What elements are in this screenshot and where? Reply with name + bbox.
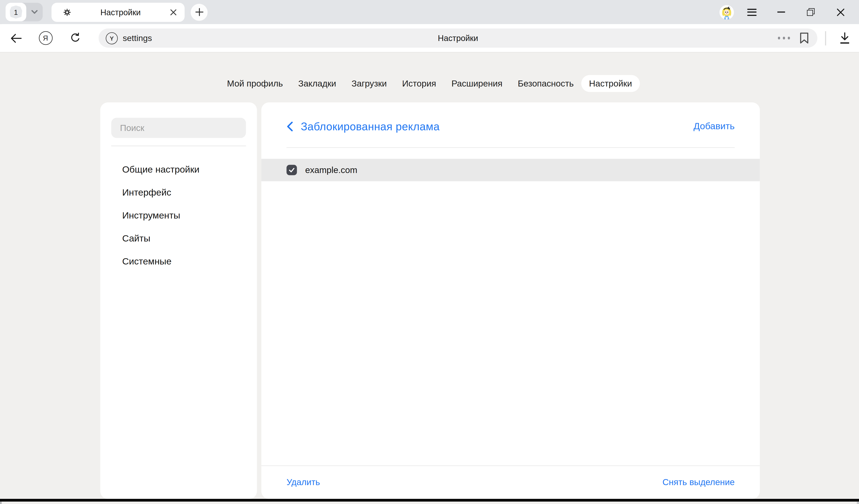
tab-group-button[interactable]: 1 [5, 3, 26, 21]
toolbar-divider [825, 31, 826, 45]
back-to-settings-button[interactable] [286, 122, 293, 131]
search-input[interactable] [111, 118, 246, 138]
tab-history[interactable]: История [394, 75, 444, 92]
browser-menu-button[interactable] [740, 1, 764, 23]
reload-button[interactable] [63, 27, 87, 49]
selection-footer: Удалить Снять выделение [261, 466, 760, 499]
settings-page: Мой профиль Закладки Загрузки История Ра… [0, 52, 859, 501]
menu-icon [747, 9, 756, 16]
delete-button[interactable]: Удалить [286, 477, 320, 487]
address-page-title: Настройки [99, 33, 817, 43]
address-text: settings [123, 33, 152, 43]
back-button[interactable] [4, 27, 28, 49]
profile-avatar[interactable] [719, 5, 734, 19]
deselect-button[interactable]: Снять выделение [663, 477, 735, 487]
yandex-logo-icon: Я [39, 31, 52, 45]
back-chevron-icon [286, 122, 293, 131]
tab-security[interactable]: Безопасность [510, 75, 581, 92]
close-tab-icon[interactable] [170, 9, 177, 16]
site-y-icon: Y [106, 32, 118, 44]
address-bar-right [778, 32, 809, 44]
blocked-domain: example.com [305, 165, 357, 175]
row-checkbox-checked[interactable] [286, 165, 297, 175]
add-button[interactable]: Добавить [693, 121, 735, 132]
tab-group-control[interactable]: 1 [5, 3, 43, 21]
tab-extensions[interactable]: Расширения [444, 75, 510, 92]
settings-sidebar: Общие настройки Интерфейс Инструменты Са… [100, 102, 257, 499]
toolbar: Я Y settings Настройки [0, 24, 859, 52]
reload-icon [69, 32, 81, 44]
sidebar-list: Общие настройки Интерфейс Инструменты Са… [111, 158, 246, 273]
bookmark-icon[interactable] [799, 32, 809, 44]
address-bar[interactable]: Y settings Настройки [99, 29, 817, 48]
download-icon [839, 32, 850, 44]
close-window-button[interactable] [828, 1, 852, 23]
minimize-button[interactable] [769, 1, 793, 23]
address-bar-left: Y settings [99, 32, 152, 44]
tab-title: Настройки [71, 7, 170, 17]
blocked-ad-row[interactable]: example.com [261, 159, 760, 181]
plus-icon [195, 8, 204, 17]
window-bottom-edge [0, 499, 859, 501]
yandex-home-button[interactable]: Я [33, 27, 58, 49]
content-header: Заблокированная реклама Добавить [286, 102, 735, 135]
blocked-ads-panel: Заблокированная реклама Добавить example… [261, 102, 760, 499]
sidebar-item-tools[interactable]: Инструменты [111, 204, 246, 227]
restore-icon [807, 8, 815, 16]
sidebar-item-system[interactable]: Системные [111, 250, 246, 273]
settings-nav-tabs: Мой профиль Закладки Загрузки История Ра… [0, 75, 859, 92]
minimize-icon [778, 12, 785, 13]
sidebar-item-interface[interactable]: Интерфейс [111, 181, 246, 204]
tab-settings[interactable]: Настройки [581, 75, 640, 92]
sidebar-item-sites[interactable]: Сайты [111, 227, 246, 250]
tab-downloads[interactable]: Загрузки [344, 75, 394, 92]
gear-icon [63, 8, 71, 16]
new-tab-button[interactable] [191, 4, 208, 20]
browser-tab-settings[interactable]: Настройки [51, 2, 185, 21]
chevron-down-icon [31, 10, 38, 14]
avatar-girl-icon [719, 5, 734, 19]
downloads-button[interactable] [833, 27, 857, 49]
tab-group-dropdown[interactable] [26, 3, 43, 21]
sidebar-divider [111, 146, 246, 147]
tab-my-profile[interactable]: Мой профиль [219, 75, 290, 92]
header-divider [286, 147, 735, 148]
more-dots-icon[interactable] [778, 37, 790, 39]
restore-button[interactable] [799, 1, 823, 23]
back-arrow-icon [10, 33, 22, 43]
tab-count-badge: 1 [10, 5, 22, 19]
close-window-icon [836, 8, 844, 16]
browser-window: 1 [0, 0, 859, 504]
sidebar-item-general[interactable]: Общие настройки [111, 158, 246, 181]
page-title: Заблокированная реклама [301, 120, 440, 133]
tab-bar: 1 [0, 0, 859, 24]
checkmark-icon [288, 167, 295, 174]
tab-bookmarks[interactable]: Закладки [290, 75, 344, 92]
content-spacer [261, 181, 760, 465]
